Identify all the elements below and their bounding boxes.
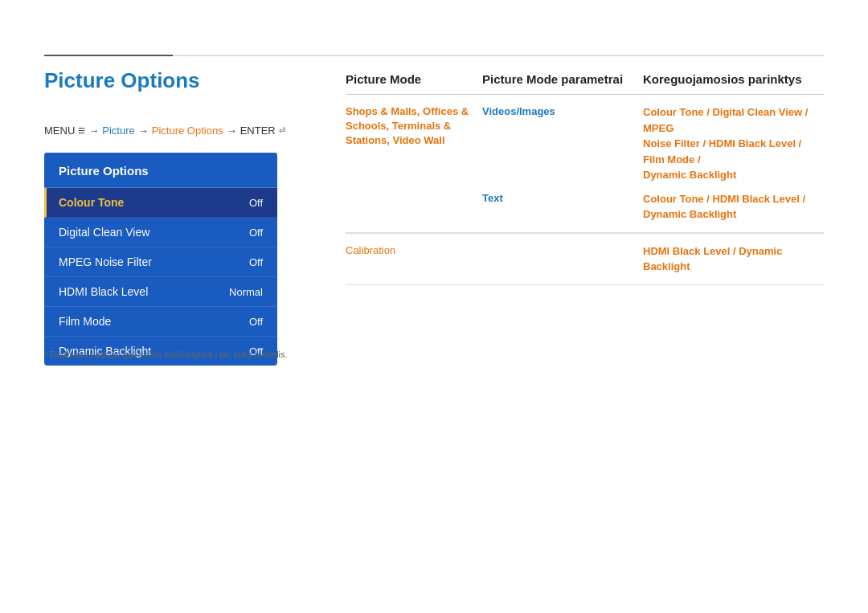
menu-item-label-colour-tone: Colour Tone <box>59 196 124 209</box>
top-line <box>44 55 824 56</box>
breadcrumb-menu: MENU <box>44 125 75 137</box>
menu-item-label-hdmi-black-level: HDMI Black Level <box>59 285 148 298</box>
breadcrumb-arrow2: → <box>138 125 149 137</box>
table-param-videos: Videos/Images <box>482 104 643 119</box>
breadcrumb-picture-options[interactable]: Picture Options <box>152 125 223 137</box>
breadcrumb-picture[interactable]: Picture <box>102 125 134 137</box>
footnote: * Rodomas vaizdas gali skirtis atsižvelg… <box>44 349 288 359</box>
menu-item-label-mpeg-noise-filter: MPEG Noise Filter <box>59 255 152 268</box>
breadcrumb-enter: ENTER <box>240 125 276 137</box>
table-col-header-mode: Picture Mode <box>346 72 482 86</box>
menu-panel: Picture Options Colour Tone Off Digital … <box>44 153 277 366</box>
table-subrow-videos: Shops & Malls, Offices & Schools, Termin… <box>346 95 824 183</box>
menu-item-digital-clean-view[interactable]: Digital Clean View Off <box>44 218 277 247</box>
table-subrow-text: Text Colour Tone / HDMI Black Level /Dyn… <box>346 183 824 233</box>
menu-item-label-film-mode: Film Mode <box>59 315 111 328</box>
menu-item-value-colour-tone: Off <box>249 197 263 209</box>
breadcrumb-enter-icon: ⏎ <box>279 126 285 135</box>
menu-item-value-film-mode: Off <box>249 316 263 328</box>
page-title: Picture Options <box>44 68 200 93</box>
breadcrumb-arrow3: → <box>227 125 237 137</box>
menu-item-value-mpeg-noise-filter: Off <box>249 256 263 268</box>
table-section: Picture Mode Picture Mode parametrai Kor… <box>346 72 824 285</box>
table-param-text: Text <box>482 191 643 206</box>
breadcrumb: MENU ☰ → Picture → Picture Options → ENT… <box>44 125 285 137</box>
table-mode-calibration: Calibration <box>346 243 482 258</box>
table-row-shops: Shops & Malls, Offices & Schools, Termin… <box>346 95 824 234</box>
page-container: Picture Options MENU ☰ → Picture → Pictu… <box>0 0 868 613</box>
table-options-calibration: HDMI Black Level / Dynamic Backlight <box>643 243 824 275</box>
table-col-header-param: Picture Mode parametrai <box>482 72 643 86</box>
menu-item-mpeg-noise-filter[interactable]: MPEG Noise Filter Off <box>44 247 277 277</box>
menu-item-value-hdmi-black-level: Normal <box>229 286 263 298</box>
table-options-videos: Colour Tone / Digital Clean View / MPEGN… <box>643 104 824 183</box>
table-options-text: Colour Tone / HDMI Black Level /Dynamic … <box>643 191 824 223</box>
menu-item-film-mode[interactable]: Film Mode Off <box>44 307 277 337</box>
menu-item-colour-tone[interactable]: Colour Tone Off <box>44 188 277 218</box>
table-row-calibration: Calibration HDMI Black Level / Dynamic B… <box>346 234 824 285</box>
menu-header: Picture Options <box>44 153 277 188</box>
breadcrumb-menu-icon: ☰ <box>78 126 85 135</box>
menu-item-label-digital-clean-view: Digital Clean View <box>59 226 149 239</box>
menu-item-value-digital-clean-view: Off <box>249 227 263 239</box>
menu-item-hdmi-black-level[interactable]: HDMI Black Level Normal <box>44 277 277 307</box>
table-mode-shops: Shops & Malls, Offices & Schools, Termin… <box>346 104 482 149</box>
table-header: Picture Mode Picture Mode parametrai Kor… <box>346 72 824 95</box>
breadcrumb-arrow1: → <box>88 125 99 137</box>
table-col-header-options: Koreguojamosios parinktys <box>643 72 824 86</box>
